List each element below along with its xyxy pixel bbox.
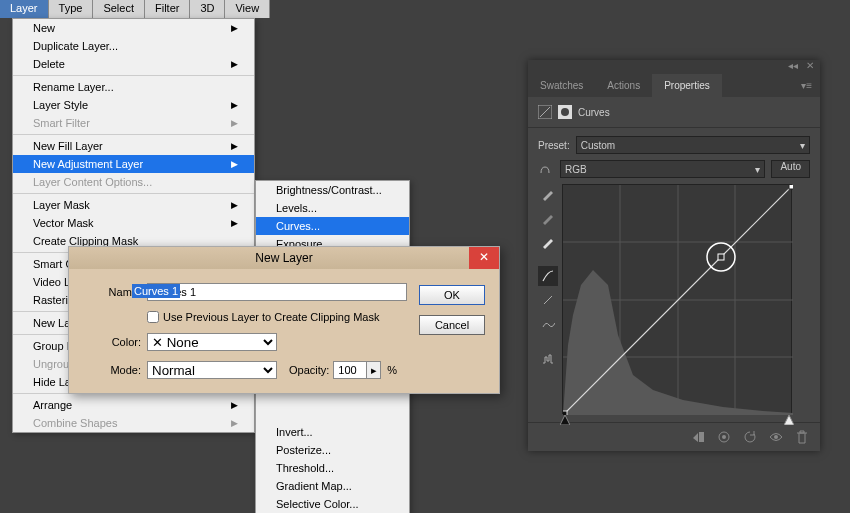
menu-item-label: New Adjustment Layer xyxy=(33,158,143,170)
menu-layer[interactable]: Layer xyxy=(0,0,49,18)
menu-item-label: Layer Style xyxy=(33,99,88,111)
menu-3d[interactable]: 3D xyxy=(190,0,225,18)
histogram-icon[interactable] xyxy=(538,348,558,368)
submenu-item-label: Invert... xyxy=(276,426,313,438)
view-previous-icon[interactable] xyxy=(716,429,732,445)
menu-item-duplicate-layer-[interactable]: Duplicate Layer... xyxy=(13,37,254,55)
eyedropper-white-icon[interactable] xyxy=(538,232,558,252)
menu-item-label: Layer Content Options... xyxy=(33,176,152,188)
chevron-down-icon: ▾ xyxy=(800,140,805,151)
new-layer-dialog: New Layer ✕ Name: Use Previous Layer to … xyxy=(68,246,500,394)
submenu-item-label: Gradient Map... xyxy=(276,480,352,492)
menu-item-new-fill-layer[interactable]: New Fill Layer▶ xyxy=(13,137,254,155)
curve-tools xyxy=(538,184,558,414)
menu-item-new-adjustment-layer[interactable]: New Adjustment Layer▶ xyxy=(13,155,254,173)
point-curve-icon[interactable] xyxy=(538,266,558,286)
smooth-icon[interactable] xyxy=(538,314,558,334)
auto-button[interactable]: Auto xyxy=(771,160,810,178)
submenu-item-label: Selective Color... xyxy=(276,498,359,510)
menu-item-label: Smart Filter xyxy=(33,117,90,129)
ok-button[interactable]: OK xyxy=(419,285,485,305)
menu-filter[interactable]: Filter xyxy=(145,0,190,18)
submenu-item-gradient-map-[interactable]: Gradient Map... xyxy=(256,477,409,495)
curve-handle[interactable] xyxy=(718,254,724,260)
pencil-curve-icon[interactable] xyxy=(538,290,558,310)
svg-point-10 xyxy=(722,435,726,439)
visibility-icon[interactable] xyxy=(768,429,784,445)
submenu-arrow-icon: ▶ xyxy=(231,23,238,33)
submenu-arrow-icon: ▶ xyxy=(231,118,238,128)
menu-item-label: Vector Mask xyxy=(33,217,94,229)
preset-value: Custom xyxy=(581,140,615,151)
submenu-item-posterize-[interactable]: Posterize... xyxy=(256,441,409,459)
dialog-title-bar[interactable]: New Layer ✕ xyxy=(69,247,499,269)
submenu-arrow-icon: ▶ xyxy=(231,141,238,151)
submenu-item-curves-[interactable]: Curves... xyxy=(256,217,409,235)
tab-actions[interactable]: Actions xyxy=(595,74,652,97)
cancel-button[interactable]: Cancel xyxy=(419,315,485,335)
adjustment-icon xyxy=(538,105,552,119)
black-slider-icon[interactable] xyxy=(560,415,570,425)
mode-label: Mode: xyxy=(85,364,141,376)
channel-value: RGB xyxy=(565,164,587,175)
color-select[interactable]: ✕ None xyxy=(147,333,277,351)
white-slider-icon[interactable] xyxy=(784,415,794,425)
properties-panel: ◂◂ ✕ Swatches Actions Properties ▾≡ Curv… xyxy=(528,60,820,451)
menu-item-layer-style[interactable]: Layer Style▶ xyxy=(13,96,254,114)
submenu-item-levels-[interactable]: Levels... xyxy=(256,199,409,217)
curves-graph[interactable] xyxy=(562,184,792,414)
menu-item-label: New xyxy=(33,22,55,34)
name-label: Name: xyxy=(85,286,141,298)
clipping-mask-checkbox[interactable]: Use Previous Layer to Create Clipping Ma… xyxy=(147,311,379,323)
menu-item-new[interactable]: New▶ xyxy=(13,19,254,37)
eyedropper-gray-icon[interactable] xyxy=(538,208,558,228)
submenu-item-invert-[interactable]: Invert... xyxy=(256,423,409,441)
eyedropper-black-icon[interactable] xyxy=(538,184,558,204)
channel-select[interactable]: RGB ▾ xyxy=(560,160,765,178)
trash-icon[interactable] xyxy=(794,429,810,445)
clip-to-layer-icon[interactable] xyxy=(690,429,706,445)
menu-item-label: Combine Shapes xyxy=(33,417,117,429)
tab-properties[interactable]: Properties xyxy=(652,74,722,97)
submenu-item-threshold-[interactable]: Threshold... xyxy=(256,459,409,477)
submenu-item-selective-color-[interactable]: Selective Color... xyxy=(256,495,409,513)
clipping-mask-box[interactable] xyxy=(147,311,159,323)
opacity-input[interactable] xyxy=(333,361,367,379)
submenu-item-label: Posterize... xyxy=(276,444,331,456)
curve-point-white[interactable] xyxy=(789,185,793,189)
menu-select[interactable]: Select xyxy=(93,0,145,18)
menu-item-layer-mask[interactable]: Layer Mask▶ xyxy=(13,196,254,214)
collapse-icon[interactable]: ◂◂ xyxy=(788,60,798,74)
submenu-arrow-icon: ▶ xyxy=(231,418,238,428)
menu-item-rename-layer-[interactable]: Rename Layer... xyxy=(13,78,254,96)
submenu-item-brightness-contrast-[interactable]: Brightness/Contrast... xyxy=(256,181,409,199)
menu-item-label: Duplicate Layer... xyxy=(33,40,118,52)
preset-select[interactable]: Custom ▾ xyxy=(576,136,810,154)
finger-icon[interactable] xyxy=(538,162,554,176)
menu-item-layer-content-options-: Layer Content Options... xyxy=(13,173,254,191)
name-input[interactable] xyxy=(147,283,407,301)
menu-item-label: Layer Mask xyxy=(33,199,90,211)
close-button[interactable]: ✕ xyxy=(469,247,499,269)
preset-label: Preset: xyxy=(538,140,570,151)
menu-view[interactable]: View xyxy=(225,0,270,18)
menu-item-arrange[interactable]: Arrange▶ xyxy=(13,396,254,414)
submenu-item-label: Curves... xyxy=(276,220,320,232)
menu-type[interactable]: Type xyxy=(49,0,94,18)
panel-close-icon[interactable]: ✕ xyxy=(806,60,814,74)
submenu-arrow-icon: ▶ xyxy=(231,159,238,169)
menu-item-label: Delete xyxy=(33,58,65,70)
dialog-title: New Layer xyxy=(255,251,312,265)
clipping-mask-label: Use Previous Layer to Create Clipping Ma… xyxy=(163,311,379,323)
mode-select[interactable]: Normal xyxy=(147,361,277,379)
menu-item-vector-mask[interactable]: Vector Mask▶ xyxy=(13,214,254,232)
submenu-arrow-icon: ▶ xyxy=(231,400,238,410)
menu-item-delete[interactable]: Delete▶ xyxy=(13,55,254,73)
svg-point-11 xyxy=(774,435,778,439)
tab-swatches[interactable]: Swatches xyxy=(528,74,595,97)
reset-icon[interactable] xyxy=(742,429,758,445)
opacity-flyout-icon[interactable]: ▸ xyxy=(367,361,381,379)
menu-item-combine-shapes: Combine Shapes▶ xyxy=(13,414,254,432)
menu-item-label: Rename Layer... xyxy=(33,81,114,93)
panel-menu-icon[interactable]: ▾≡ xyxy=(793,74,820,97)
